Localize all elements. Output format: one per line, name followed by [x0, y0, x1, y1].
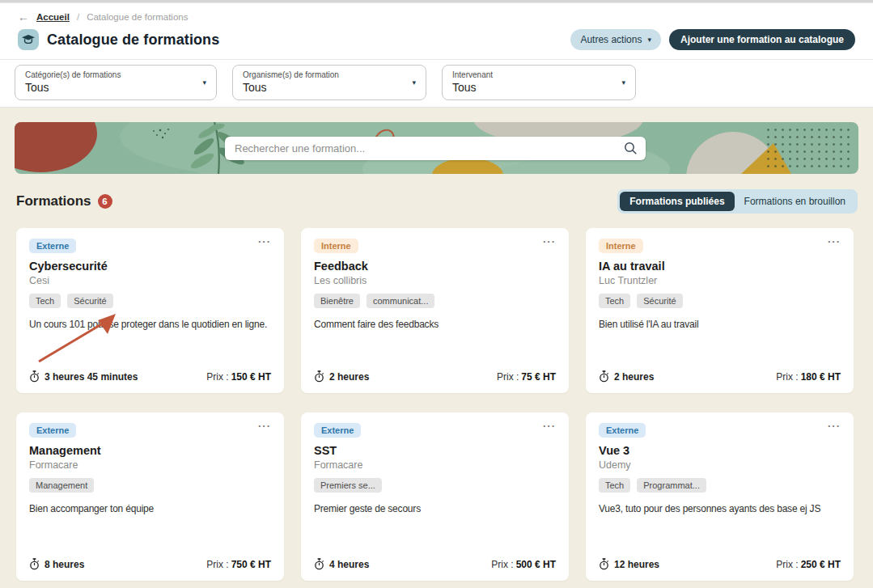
formation-card[interactable]: Interne ··· IA au travail Luc Truntzler … — [586, 228, 854, 393]
price-prefix: Prix : — [497, 371, 519, 383]
cards-grid: Externe ··· Cybersecurité Cesi TechSécur… — [16, 228, 854, 581]
filter-category[interactable]: Catégorie(s) de formations Tous ▾ — [15, 65, 217, 100]
formation-provider: Cesi — [29, 275, 271, 286]
more-options-button[interactable]: ··· — [543, 423, 556, 429]
formation-card[interactable]: Externe ··· Management Formacare Managem… — [16, 412, 284, 581]
dots-pattern-decoration — [765, 126, 850, 168]
price: Prix :75 € HT — [497, 371, 556, 383]
breadcrumb: ← Accueil / Catalogue de formations — [18, 11, 855, 23]
title-row: Catalogue de formations Autres actions ▾… — [18, 29, 855, 50]
duration: 12 heures — [599, 558, 659, 570]
formation-description: Bien accompanger ton équipe — [29, 503, 271, 514]
formation-card[interactable]: Externe ··· Vue 3 Udemy TechProgrammat..… — [586, 412, 854, 581]
duration: 2 heures — [314, 370, 369, 383]
formation-card[interactable]: Interne ··· Feedback Les collibris Bienê… — [301, 228, 569, 393]
card-footer: 2 heures Prix :75 € HT — [314, 370, 556, 383]
formation-title: Management — [29, 444, 271, 457]
duration-label: 2 heures — [329, 371, 369, 383]
duration-label: 8 heures — [44, 559, 84, 570]
type-badge: Externe — [29, 423, 76, 438]
tag-pill: Tech — [599, 294, 630, 308]
tags-row: Management — [29, 478, 271, 493]
other-actions-button[interactable]: Autres actions ▾ — [570, 29, 661, 50]
card-footer: 4 heures Prix :500 € HT — [314, 558, 556, 570]
price: Prix :150 € HT — [206, 371, 271, 383]
price-prefix: Prix : — [776, 371, 798, 383]
price: Prix :250 € HT — [776, 559, 841, 570]
filter-value: Tous — [243, 81, 405, 94]
card-top-row: Externe ··· — [29, 239, 271, 253]
more-options-button[interactable]: ··· — [828, 423, 841, 429]
type-badge: Interne — [314, 239, 358, 253]
tag-pill: communicat... — [367, 294, 434, 308]
duration: 2 heures — [599, 370, 654, 383]
card-top-row: Interne ··· — [314, 239, 556, 253]
stopwatch-icon — [314, 370, 324, 383]
back-arrow-icon[interactable]: ← — [18, 11, 29, 23]
tag-pill: Sécurité — [67, 294, 112, 308]
formation-card[interactable]: Externe ··· SST Formacare Premiers se...… — [301, 412, 569, 581]
price-value: 500 € HT — [516, 559, 556, 570]
breadcrumb-home-link[interactable]: Accueil — [36, 12, 70, 22]
formation-provider: Les collibris — [314, 275, 556, 286]
tag-pill: Management — [29, 478, 94, 493]
price-prefix: Prix : — [206, 371, 228, 383]
more-options-button[interactable]: ··· — [258, 239, 271, 245]
formation-title: Cybersecurité — [29, 260, 271, 273]
price: Prix :180 € HT — [776, 371, 841, 383]
card-footer: 8 heures Prix :750 € HT — [29, 558, 271, 570]
filter-label: Organisme(s) de formation — [243, 70, 405, 79]
type-badge: Externe — [599, 423, 646, 438]
more-options-button[interactable]: ··· — [258, 423, 271, 429]
duration: 3 heures 45 minutes — [29, 370, 138, 383]
formation-provider: Formacare — [29, 459, 271, 471]
search-banner — [15, 122, 858, 174]
formation-description: Bien utilisé l'IA au travail — [599, 319, 841, 330]
tags-row: TechProgrammat... — [599, 478, 841, 493]
formation-title: IA au travail — [599, 260, 841, 273]
chevron-down-icon: ▾ — [202, 78, 206, 87]
tab-draft[interactable]: Formations en brouillon — [735, 192, 855, 211]
more-options-button[interactable]: ··· — [543, 239, 556, 245]
duration-label: 12 heures — [614, 559, 659, 570]
chevron-down-icon: ▾ — [621, 78, 625, 87]
more-options-button[interactable]: ··· — [828, 239, 841, 245]
breadcrumb-separator: / — [77, 12, 79, 22]
price-value: 180 € HT — [801, 371, 841, 383]
price: Prix :750 € HT — [206, 559, 271, 570]
formation-provider: Formacare — [314, 459, 556, 471]
formation-provider: Luc Truntzler — [599, 275, 841, 286]
price-prefix: Prix : — [491, 559, 513, 570]
count-badge: 6 — [98, 194, 112, 209]
breadcrumb-current: Catalogue de formations — [87, 12, 188, 22]
tag-pill: Programmat... — [637, 478, 706, 493]
tab-published[interactable]: Formations publiées — [620, 192, 734, 211]
formation-description: Vue3, tuto pour des personnes ayants des… — [599, 503, 841, 514]
tag-pill: Premiers se... — [314, 478, 382, 493]
price-value: 75 € HT — [521, 371, 556, 383]
price-value: 750 € HT — [231, 559, 271, 570]
card-footer: 3 heures 45 minutes Prix :150 € HT — [29, 370, 271, 383]
formation-provider: Udemy — [599, 459, 841, 471]
filters-bar: Catégorie(s) de formations Tous ▾ Organi… — [0, 60, 873, 108]
type-badge: Externe — [29, 239, 76, 253]
add-formation-button[interactable]: Ajouter une formation au catalogue — [669, 29, 855, 50]
search-bar[interactable] — [225, 137, 646, 160]
stopwatch-icon — [599, 558, 609, 570]
other-actions-label: Autres actions — [580, 34, 642, 45]
catalog-icon — [18, 29, 39, 50]
tabs: Formations publiées Formations en brouil… — [617, 189, 858, 214]
filter-trainer[interactable]: Intervenant Tous ▾ — [442, 65, 636, 100]
formation-title: Vue 3 — [599, 444, 841, 457]
duration-label: 3 heures 45 minutes — [44, 371, 138, 383]
formation-title: Feedback — [314, 260, 556, 273]
formation-card[interactable]: Externe ··· Cybersecurité Cesi TechSécur… — [16, 228, 284, 393]
price-value: 250 € HT — [801, 559, 841, 570]
filter-organism[interactable]: Organisme(s) de formation Tous ▾ — [232, 65, 426, 100]
card-top-row: Externe ··· — [314, 423, 556, 438]
formation-description: Premier geste de secours — [314, 503, 556, 514]
tag-pill: Tech — [599, 478, 630, 493]
card-top-row: Externe ··· — [599, 423, 841, 438]
search-input[interactable] — [235, 142, 624, 154]
stopwatch-icon — [29, 558, 40, 570]
